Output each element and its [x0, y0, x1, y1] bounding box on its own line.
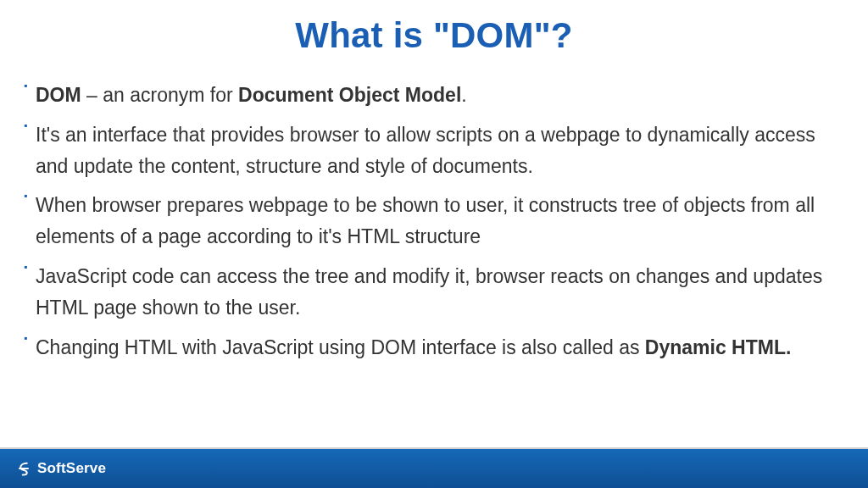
bullet-item: DOM – an acronym for Document Object Mod… — [24, 80, 844, 111]
slide-content: DOM – an acronym for Document Object Mod… — [0, 64, 868, 363]
brand-name: SoftServe — [37, 460, 106, 477]
bullet-text: Changing HTML with JavaScript using DOM … — [36, 336, 645, 358]
slide-title: What is "DOM"? — [0, 0, 868, 64]
bullet-text: It's an interface that provides browser … — [36, 124, 815, 177]
bullet-text-bold: Document Object Model — [238, 84, 461, 106]
bullet-item: It's an interface that provides browser … — [24, 119, 844, 182]
bullet-item: Changing HTML with JavaScript using DOM … — [24, 332, 844, 363]
bullet-text: When browser prepares webpage to be show… — [36, 194, 815, 247]
softserve-icon — [15, 460, 32, 477]
bullet-text: JavaScript code can access the tree and … — [36, 265, 822, 319]
brand-logo: SoftServe — [15, 460, 106, 477]
bullet-text-bold: DOM — [36, 84, 81, 106]
bullet-list: DOM – an acronym for Document Object Mod… — [24, 80, 844, 363]
bullet-item: JavaScript code can access the tree and … — [24, 261, 844, 324]
slide: What is "DOM"? DOM – an acronym for Docu… — [0, 0, 868, 488]
footer-bar: SoftServe — [0, 449, 868, 488]
bullet-text: – an acronym for — [81, 84, 238, 106]
bullet-text: . — [461, 84, 466, 106]
bullet-text-bold: Dynamic HTML. — [645, 336, 792, 358]
bullet-item: When browser prepares webpage to be show… — [24, 190, 844, 252]
